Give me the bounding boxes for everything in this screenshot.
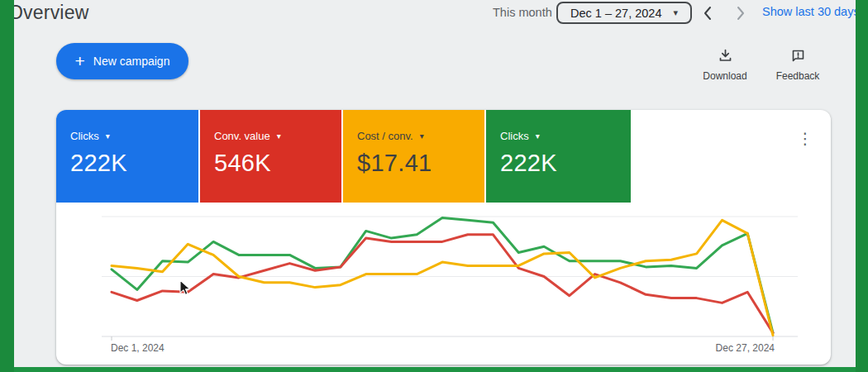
period-label: This month (493, 6, 552, 19)
download-icon (718, 48, 733, 67)
date-range-value: Dec 1 – 27, 2024 (570, 7, 661, 20)
performance-line-chart (56, 110, 831, 365)
chevron-left-icon (699, 4, 718, 22)
chevron-right-icon (731, 4, 749, 22)
download-label: Download (696, 70, 754, 82)
gif-frame-left (0, 0, 14, 372)
card-overflow-menu-button[interactable]: ⋮ (796, 128, 814, 151)
page-title: Overview (8, 2, 88, 24)
previous-period-button[interactable] (699, 4, 718, 22)
download-button[interactable]: Download (696, 48, 754, 82)
plus-icon: + (75, 52, 85, 69)
gif-frame-right (856, 0, 868, 372)
new-campaign-button[interactable]: + New campaign (56, 43, 188, 79)
show-last-30-days-link[interactable]: Show last 30 days (762, 5, 860, 18)
date-range-selector[interactable]: Dec 1 – 27, 2024 ▾ (556, 2, 692, 24)
feedback-button[interactable]: Feedback (769, 48, 827, 82)
x-axis-start-label: Dec 1, 2024 (111, 342, 165, 354)
feedback-icon (790, 48, 806, 67)
mouse-cursor (179, 279, 194, 298)
chevron-down-icon: ▾ (673, 7, 678, 18)
overview-chart-card: Clicks ▾ 222K Conv. value ▾ 546K Cost / … (56, 110, 831, 365)
feedback-label: Feedback (769, 70, 827, 82)
page-background: Overview This month Dec 1 – 27, 2024 ▾ S… (0, 0, 868, 372)
new-campaign-label: New campaign (93, 55, 170, 68)
x-axis-end-label: Dec 27, 2024 (716, 342, 775, 354)
gif-frame-bottom (0, 367, 868, 372)
next-period-button[interactable] (731, 4, 749, 22)
